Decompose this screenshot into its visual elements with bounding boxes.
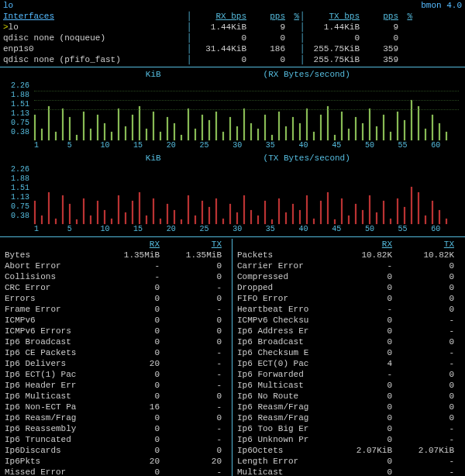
hdr-rx-pps: pps [246,11,285,22]
stat-row: Collisions-0 [5,271,227,282]
stat-row: Packets10.82K10.82K [237,250,460,260]
hdr-rx-pct: % [285,11,299,22]
chart-title: KiB (TX Bytes/second) [0,153,465,164]
title-left: lo [3,0,13,11]
stat-row: Ip6 Forwarded-0 [237,369,460,380]
hdr-tx-pct: % [398,11,412,22]
stat-row: Bytes1.35MiB1.35MiB [5,250,227,260]
stat-row: Length Error0- [237,456,460,467]
stat-row: Ip6 Too Big Er0- [237,423,460,434]
divider [0,67,465,67]
hdr-rx: RX bps [192,11,246,22]
iface-row[interactable]: qdisc none (pfifo_fast)│00│255.75KiB359 [0,54,465,65]
stats-hdr-tx: TX [160,239,222,250]
stat-row: Ip6 CE Packets0- [5,347,227,358]
stat-row: Ip6 Address Er0- [237,326,460,336]
hdr-tx: TX bps [305,11,360,22]
stat-row: Ip6 Reassembly0- [5,423,227,434]
hdr-interfaces: Interfaces [0,11,186,22]
stat-row: Ip6 Unknown Pr0- [237,434,460,445]
iface-list[interactable]: >lo│1.44KiB9│1.44KiB9 qdisc none (noqueu… [0,22,465,65]
stat-row: Ip6 Multicast00 [5,391,227,402]
stat-row: Carrier Error-0 [237,260,460,271]
stat-row: Ip6 ECT(1) Pac0- [5,369,227,380]
stat-row: Ip6 Header Err0- [5,380,227,391]
stat-row: Ip6 ECT(0) Pac4- [237,358,460,369]
stats-hdr-tx: TX [392,239,454,250]
stat-row: Ip6 Multicast00 [237,380,460,391]
stats-hdr-rx: RX [330,239,392,250]
title-right: bmon 4.0 [421,0,462,11]
divider [0,236,465,237]
stat-row: ICMPv6 Checksu0- [237,315,460,326]
tx-chart: 2.261.881.511.130.750.381510152025303540… [5,165,459,235]
title-bar: lo bmon 4.0 [0,0,465,11]
stat-row: ICMPv600 [5,315,227,326]
iface-header: Interfaces │ RX bps pps % │ TX bps pps % [0,11,465,22]
stat-row: Compressed00 [237,271,460,282]
stat-row: Multicast0- [237,467,460,476]
iface-row[interactable]: enp1s0│31.44KiB186│255.75KiB359 [0,43,465,54]
stat-row: Ip6 Broadcast00 [237,336,460,347]
stat-row: Ip6 Truncated0- [5,434,227,445]
rx-chart: 2.261.881.511.130.750.381510152025303540… [5,81,459,151]
stat-row: Ip6Octets2.07KiB2.07KiB [237,445,460,456]
iface-row[interactable]: >lo│1.44KiB9│1.44KiB9 [0,22,465,33]
stats-panel: RXTX Bytes1.35MiB1.35MiBAbort Error-0Col… [0,239,465,476]
stat-row: Ip6 Delivers20- [5,358,227,369]
stat-row: Frame Error0- [5,304,227,315]
stat-row: Heartbeat Erro-0 [237,304,460,315]
stat-row: Ip6 Checksum E0- [237,347,460,358]
stat-row: Ip6 Broadcast00 [5,336,227,347]
chart-title: KiB (RX Bytes/second) [0,69,465,80]
stat-row: Ip6 Reasm/Frag00 [5,412,227,423]
stat-row: Ip6 Reasm/Frag00 [237,402,460,412]
stat-row: CRC Error0- [5,282,227,293]
hdr-tx-pps: pps [360,11,398,22]
stat-row: Ip6 Reasm/Frag00 [237,412,460,423]
stat-row: Dropped00 [237,282,460,293]
stat-row: ICMPv6 Errors00 [5,326,227,336]
stat-row: FIFO Error00 [237,293,460,304]
stat-row: Ip6 Non-ECT Pa16- [5,402,227,412]
stat-row: Errors00 [5,293,227,304]
stat-row: Missed Error0- [5,467,227,476]
stat-row: Ip6Discards00 [5,445,227,456]
stat-row: Abort Error-0 [5,260,227,271]
iface-row[interactable]: qdisc none (noqueue)│00│00 [0,33,465,43]
stat-row: Ip6Pkts2020 [5,456,227,467]
stats-hdr-rx: RX [98,239,160,250]
stat-row: Ip6 No Route00 [237,391,460,402]
